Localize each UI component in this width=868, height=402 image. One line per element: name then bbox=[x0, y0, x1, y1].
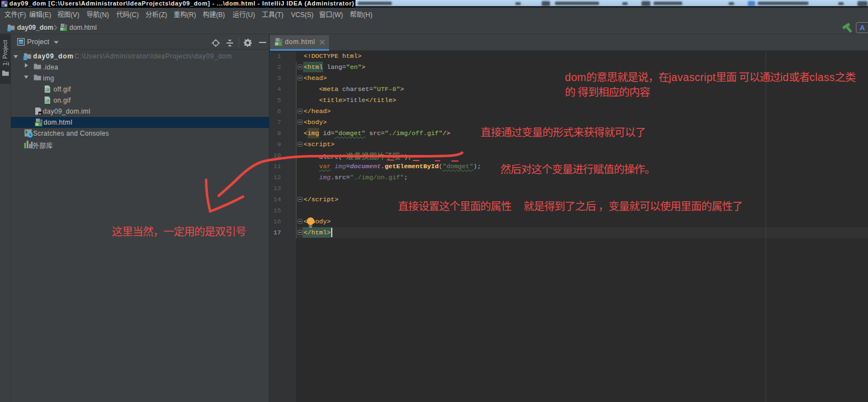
svg-text:H: H bbox=[36, 122, 39, 126]
svg-text:H: H bbox=[276, 42, 278, 46]
svg-text:H: H bbox=[61, 27, 63, 31]
